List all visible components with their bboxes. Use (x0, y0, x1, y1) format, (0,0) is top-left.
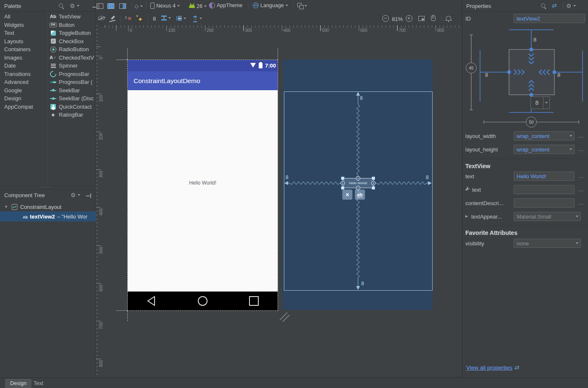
constraint-inspector[interactable] (462, 25, 588, 130)
palette-component-textview[interactable]: TextView (50, 13, 96, 21)
home-icon[interactable] (198, 297, 207, 305)
layout-width-dropdown[interactable]: wrap_content (514, 131, 575, 141)
resize-handle[interactable] (278, 311, 291, 323)
pack-button[interactable] (161, 16, 171, 21)
notifications-button[interactable] (446, 15, 451, 20)
spinner-icon (50, 62, 57, 69)
layout-height-dropdown[interactable]: wrap_content (514, 145, 575, 154)
inspector-margin-left[interactable]: 8 (485, 72, 488, 78)
pin-icon[interactable] (86, 193, 91, 198)
palette-component-seekbar[interactable]: SeekBar (50, 86, 96, 95)
palette-category-design[interactable]: Design (0, 94, 47, 103)
language-selector[interactable]: Language (253, 3, 288, 8)
divider (462, 159, 588, 159)
inspector-margin-top[interactable]: 8 (533, 36, 536, 43)
clear-constraints-button[interactable] (124, 16, 131, 22)
gear-icon[interactable] (566, 3, 572, 9)
search-icon[interactable] (541, 3, 546, 9)
back-icon[interactable] (148, 297, 155, 305)
palette-category-images[interactable]: Images (0, 54, 47, 62)
device-selector[interactable]: Nexus 4 (150, 3, 180, 9)
search-icon[interactable] (59, 3, 64, 9)
button-icon (50, 22, 57, 28)
chevron-down-icon[interactable] (77, 5, 79, 7)
design-hello-text[interactable]: Hello World! (128, 180, 278, 186)
palette-category-date[interactable]: Date (0, 62, 47, 70)
theme-selector[interactable]: AppTheme (209, 3, 242, 8)
recents-icon[interactable] (249, 297, 258, 305)
tab-text[interactable]: Text (29, 379, 48, 388)
id-field[interactable]: textView2 (514, 14, 585, 23)
tree-row-textview2-selected[interactable]: textView2 – "Hello Wor (0, 211, 96, 221)
autoconnect-button[interactable] (109, 16, 116, 21)
palette-category-appcompat[interactable]: AppCompat (0, 103, 47, 111)
layout-width-more-button[interactable]: … (578, 133, 584, 139)
palette-component-ratingbar[interactable]: RatingBar (50, 111, 96, 119)
text-more-button[interactable]: … (578, 173, 584, 179)
api-selector[interactable]: 26 (189, 3, 207, 9)
split-view-icon (119, 3, 126, 9)
content-description-more-button[interactable]: … (578, 200, 584, 206)
palette-category-advanced[interactable]: Advanced (0, 78, 47, 86)
view-options-button[interactable] (98, 16, 105, 20)
design-view-button[interactable] (97, 3, 103, 9)
default-margin-button[interactable]: 8 (153, 16, 156, 22)
palette-component-checkedtextv[interactable]: CheckedTextV (50, 54, 96, 62)
palette-component-progressbar[interactable]: ProgressBar (50, 70, 96, 78)
design-text-more-button[interactable]: … (578, 186, 584, 193)
text-appearance-dropdown[interactable]: Material.Small (514, 212, 581, 221)
split-view-button[interactable] (119, 3, 126, 9)
align-button[interactable] (176, 16, 186, 21)
edit-baseline-button[interactable]: ab (355, 190, 365, 200)
palette-component-progressbar[interactable]: ProgressBar ( (50, 78, 96, 86)
panel-splitter[interactable]: ······ (0, 186, 96, 190)
expand-icon[interactable]: ▼ (4, 205, 8, 209)
layout-variant-button[interactable] (297, 3, 307, 8)
zoom-out-button[interactable] (382, 15, 389, 22)
delete-constraints-button[interactable]: × (342, 190, 352, 200)
pan-button[interactable] (431, 15, 436, 21)
swap-panel-icon[interactable] (552, 2, 557, 9)
tab-design[interactable]: Design (5, 379, 32, 388)
chevron-down-icon[interactable] (573, 5, 576, 7)
vertical-bias-slider[interactable]: 45 (466, 62, 477, 73)
palette-category-transitions[interactable]: Transitions (0, 70, 47, 78)
layout-height-more-button[interactable]: … (578, 146, 584, 152)
palette-category-layouts[interactable]: Layouts (0, 37, 47, 46)
orientation-button[interactable] (134, 3, 143, 9)
pin-icon[interactable] (92, 5, 97, 9)
id-label: ID (465, 16, 471, 22)
gear-icon[interactable] (71, 192, 76, 198)
inspector-margin-right[interactable]: 8 (557, 72, 560, 78)
horizontal-bias-slider[interactable]: 50 (526, 117, 537, 128)
blueprint-widget-label[interactable]: Hello World! (343, 179, 373, 187)
inspector-margin-bottom-dropdown[interactable]: 8 (530, 96, 550, 109)
expand-icon[interactable]: ▶ (465, 214, 468, 218)
text-field[interactable]: Hello World! (514, 172, 575, 181)
content-description-field[interactable] (514, 198, 575, 208)
infer-constraints-button[interactable] (138, 16, 143, 23)
design-text-field[interactable] (514, 185, 575, 194)
zoom-in-button[interactable] (406, 15, 412, 22)
tree-row-constraintlayout[interactable]: ▼ ConstraintLayout (0, 202, 96, 211)
chevron-down-icon[interactable] (78, 194, 80, 196)
palette-component-quickcontact[interactable]: QuickContact (50, 103, 96, 111)
palette-category-containers[interactable]: Containers (0, 45, 47, 54)
guideline-button[interactable] (192, 16, 202, 21)
visibility-dropdown[interactable]: none (514, 239, 581, 248)
blueprint-view-button[interactable] (108, 3, 114, 9)
palette-category-google[interactable]: Google (0, 86, 47, 95)
palette-component-spinner[interactable]: Spinner (50, 62, 96, 70)
view-all-properties-link[interactable]: View all properties (466, 364, 520, 371)
palette-category-text[interactable]: Text (0, 29, 47, 37)
phone-content[interactable] (128, 90, 278, 292)
palette-component-seekbardisc[interactable]: SeekBar (Disc (50, 94, 96, 103)
gear-icon[interactable] (70, 3, 75, 9)
palette-category-widgets[interactable]: Widgets (0, 21, 47, 29)
palette-component-button[interactable]: Button (50, 21, 96, 29)
palette-component-togglebutton[interactable]: ToggleButton (50, 29, 96, 37)
palette-component-radiobutton[interactable]: RadioButton (50, 45, 96, 54)
palette-component-checkbox[interactable]: CheckBox (50, 37, 96, 46)
palette-category-all[interactable]: All (0, 13, 47, 21)
zoom-to-fit-button[interactable] (418, 16, 425, 21)
